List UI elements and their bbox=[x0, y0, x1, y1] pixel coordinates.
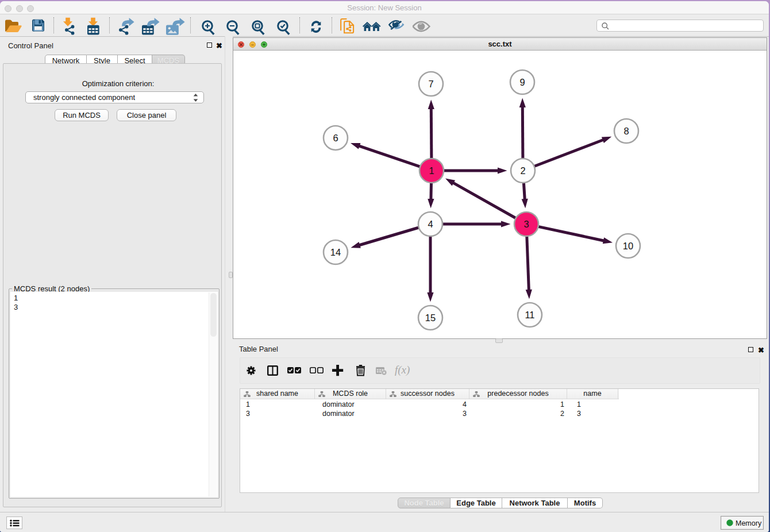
svg-text:3: 3 bbox=[523, 219, 529, 229]
svg-text:2: 2 bbox=[520, 165, 525, 176]
svg-text:10: 10 bbox=[623, 241, 633, 251]
svg-text:8: 8 bbox=[623, 126, 629, 136]
svg-text:9: 9 bbox=[519, 77, 525, 87]
svg-text:1: 1 bbox=[429, 165, 434, 176]
svg-text:6: 6 bbox=[333, 133, 338, 143]
svg-text:7: 7 bbox=[428, 79, 433, 89]
svg-text:4: 4 bbox=[428, 219, 433, 229]
svg-text:15: 15 bbox=[425, 313, 436, 323]
svg-text:14: 14 bbox=[330, 247, 341, 257]
svg-text:11: 11 bbox=[525, 310, 534, 320]
